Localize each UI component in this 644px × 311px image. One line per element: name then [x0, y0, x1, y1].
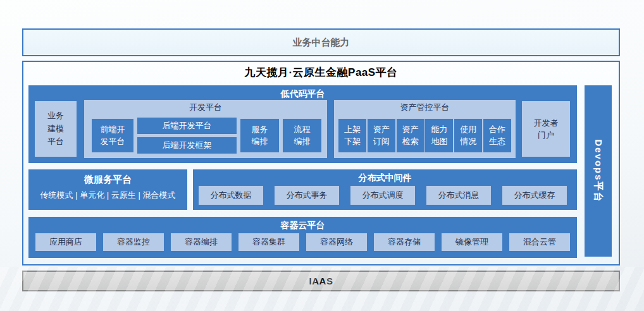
iaas-bar: IAAS — [22, 271, 620, 291]
distributed-scheduling-box: 分布式调度 — [350, 186, 415, 205]
lowcode-platform-section: 低代码平台 业务建模平台 开发平台 前端开发平台 后端开发平台 后端开发框架 服… — [28, 85, 577, 163]
container-orchestration-box: 容器编排 — [171, 233, 232, 251]
container-storage-box: 容器存储 — [374, 233, 435, 251]
image-management-box: 镜像管理 — [442, 233, 502, 251]
app-store-box: 应用商店 — [35, 233, 96, 251]
iaas-label: IAAS — [309, 276, 333, 286]
microservice-platform-section: 微服务平台 传统模式 | 单元化 | 云原生 | 混合模式 — [28, 169, 187, 210]
distributed-middleware-title: 分布式中间件 — [193, 169, 577, 184]
backend-dev-framework-box: 后端开发框架 — [137, 137, 237, 154]
business-midplatform-banner: 业务中台能力 — [22, 28, 620, 56]
paas-architecture-diagram: 业务中台能力 九天揽月·云原生金融PaaS平台 低代码平台 业务建模平台 开发平… — [0, 0, 644, 311]
devops-platform-bar: Devops平台 — [585, 85, 612, 257]
asset-search-box: 资产检索 — [397, 119, 424, 152]
distributed-messaging-box: 分布式消息 — [426, 186, 491, 205]
container-monitoring-box: 容器监控 — [103, 233, 164, 251]
developer-portal-box: 开发者门户 — [522, 101, 570, 157]
business-modeling-platform-box: 业务建模平台 — [35, 101, 77, 157]
backend-dev-platform-box: 后端开发平台 — [137, 118, 237, 134]
paas-platform-panel: 九天揽月·云原生金融PaaS平台 低代码平台 业务建模平台 开发平台 前端开发平… — [22, 61, 620, 265]
container-network-box: 容器网络 — [306, 233, 367, 251]
asset-control-platform-group: 资产管控平台 上架下架 资产订阅 资产检索 能力地图 使用情况 合作生态 — [334, 100, 516, 158]
business-midplatform-label: 业务中台能力 — [293, 37, 350, 49]
dev-platform-title: 开发平台 — [84, 102, 327, 113]
devops-platform-label: Devops平台 — [592, 139, 604, 202]
container-cloud-platform-section: 容器云平台 应用商店 容器监控 容器编排 容器集群 容器网络 容器存储 镜像管理… — [28, 217, 577, 258]
distributed-cache-box: 分布式缓存 — [502, 186, 567, 205]
middleware-items-row: 分布式数据 分布式事务 分布式调度 分布式消息 分布式缓存 — [199, 186, 567, 205]
capability-map-box: 能力地图 — [425, 119, 453, 152]
asset-onoff-shelf-box: 上架下架 — [338, 119, 366, 152]
distributed-transaction-box: 分布式事务 — [275, 186, 339, 205]
platform-title: 九天揽月·云原生金融PaaS平台 — [23, 65, 619, 80]
microservice-platform-title: 微服务平台 — [28, 174, 187, 186]
service-orchestration-box: 服务编排 — [240, 119, 279, 152]
microservice-modes-subtitle: 传统模式 | 单元化 | 云原生 | 混合模式 — [28, 190, 187, 201]
usage-status-box: 使用情况 — [454, 119, 482, 152]
container-cloud-items-row: 应用商店 容器监控 容器编排 容器集群 容器网络 容器存储 镜像管理 混合云管 — [35, 233, 570, 251]
process-orchestration-box: 流程编排 — [283, 119, 321, 152]
distributed-middleware-section: 分布式中间件 分布式数据 分布式事务 分布式调度 分布式消息 分布式缓存 — [193, 169, 577, 210]
asset-control-items-row: 上架下架 资产订阅 资产检索 能力地图 使用情况 合作生态 — [338, 119, 511, 152]
dev-platform-group: 开发平台 前端开发平台 后端开发平台 后端开发框架 服务编排 流程编排 — [84, 100, 327, 158]
frontend-dev-platform-box: 前端开发平台 — [92, 119, 133, 152]
container-cloud-platform-title: 容器云平台 — [28, 217, 577, 231]
hybrid-cloud-management-box: 混合云管 — [509, 233, 570, 251]
cooperation-ecosystem-box: 合作生态 — [483, 119, 511, 152]
asset-subscription-box: 资产订阅 — [368, 119, 395, 152]
lowcode-platform-title: 低代码平台 — [28, 85, 577, 100]
distributed-data-box: 分布式数据 — [199, 186, 263, 205]
asset-control-platform-title: 资产管控平台 — [334, 102, 516, 113]
container-cluster-box: 容器集群 — [238, 233, 299, 251]
